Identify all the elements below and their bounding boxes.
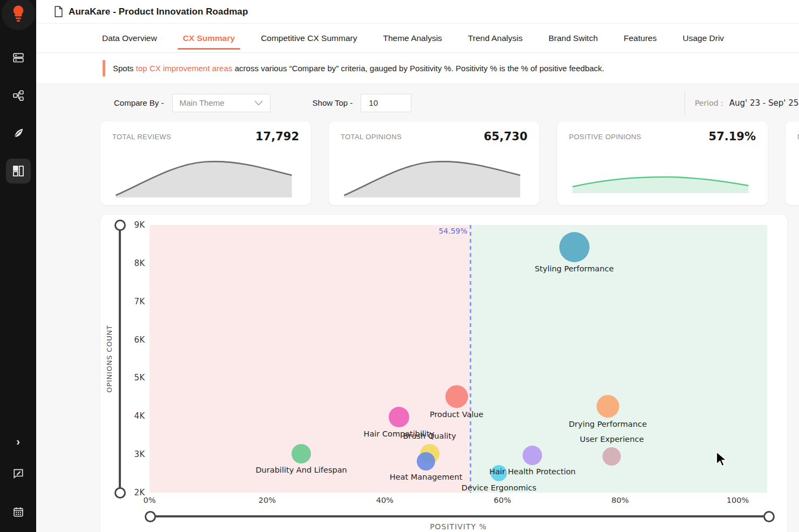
stat-card: TOTAL REVIEWS 17,792 [100,121,311,205]
tab-cx-summary[interactable]: CX Summary [170,24,248,53]
sidebar-item-feedback[interactable] [6,121,31,146]
lightbulb-logo-icon [10,5,26,22]
dashboard-grid-icon [12,165,25,178]
period-label: Period : [695,99,723,107]
banner-highlight: top CX improvement areas [136,64,232,73]
y-axis-tick: 7K [119,297,145,306]
bubble-drying-performance[interactable] [597,395,619,418]
banner-text: Spots top CX improvement areas across va… [113,64,604,73]
sidebar-item-calendar[interactable] [6,500,31,524]
y-axis-title: OPINIONS COUNT [105,325,113,393]
sparkline [111,150,300,200]
chevron-down-icon [254,100,263,106]
calendar-icon [12,506,24,518]
show-top-label: Show Top - [313,98,353,107]
info-banner: Spots top CX improvement areas across va… [36,53,799,84]
stat-card-value: 17,792 [255,130,299,143]
x-axis-tick: 60% [481,496,524,504]
stat-card-label: TOTAL REVIEWS [112,130,171,141]
app-logo[interactable] [2,0,35,30]
bubble-label: Durability And Lifespan [226,466,377,474]
bubble-user-experience[interactable] [602,447,621,466]
x-axis-tick: 100% [716,496,760,504]
document-icon [54,6,63,17]
bubble-plot: 54.59% Styling PerformanceProduct ValueH… [150,225,767,493]
x-slider-handle-left[interactable] [145,511,156,522]
sparkline [568,150,757,200]
y-axis-tick: 8K [119,258,145,268]
bubble-styling-performance[interactable] [559,232,590,262]
x-slider-handle-right[interactable] [763,511,775,522]
y-axis-tick: 6K [119,335,145,345]
tab-features[interactable]: Features [611,24,669,53]
x-axis-tick: 80% [599,496,642,504]
bubble-heat-management[interactable] [417,452,435,470]
stat-card: POSITIVE OPINIONS 57.19% [557,121,768,205]
period: Period : Aug' 23 - Sep' 25 [685,91,798,115]
bubble-chart-panel: OPINIONS COUNT 9K8K7K6K5K4K3K2K 54.59% S… [100,215,787,532]
page-title: AuraKare - Product Innovation Roadmap [69,6,248,17]
sidebar-item-hierarchy[interactable] [6,83,31,108]
show-top-input[interactable]: 10 [361,94,411,112]
bubble-label: Styling Performance [499,264,650,273]
topbar: AuraKare - Product Innovation Roadmap [36,0,799,24]
hierarchy-icon [12,90,24,101]
bubble-label: User Experience [536,435,687,444]
x-axis-tick: 0% [128,496,171,504]
stat-card-value: 65,730 [484,130,527,143]
x-axis-title: POSITIVITY % [150,522,767,531]
stat-card: TOTAL OPINIONS 65,730 [329,121,539,205]
period-value: Aug' 23 - Sep' 25 [729,98,798,108]
stat-card-label: TOTAL OPINIONS [341,130,402,141]
bubble-label: Product Value [381,410,532,419]
sidebar: › [0,0,36,532]
show-top-value: 10 [369,98,378,107]
tab-usage-driv[interactable]: Usage Driv [669,24,737,53]
banner-prefix: Spots [113,64,133,73]
bubble-product-value[interactable] [445,385,468,408]
stat-card-value: 57.19% [709,130,756,143]
x-axis-tick: 40% [363,496,407,504]
threshold-line [470,225,471,493]
tab-trend-analysis[interactable]: Trend Analysis [455,24,536,53]
stat-card: N [786,121,799,205]
tab-data-overview[interactable]: Data Overview [89,24,170,53]
sparkline [340,150,529,200]
bubble-label: Device Ergonomics [423,483,574,492]
compare-by-select[interactable]: Main Theme [172,94,270,112]
bubble-label: Drying Performance [532,420,683,428]
compare-by-value: Main Theme [180,98,225,107]
y-axis-tick: 5K [119,373,145,383]
sidebar-item-dashboard[interactable] [6,159,31,183]
sidebar-item-sources[interactable] [6,45,31,70]
feather-icon [12,127,24,139]
bubble-label: Brush Quality [354,432,505,440]
stat-card-label: POSITIVE OPINIONS [569,130,641,141]
y-slider-handle-top[interactable] [114,220,126,231]
bubble-label: Hair Health Protection [457,467,608,476]
banner-accent-bar [103,60,105,77]
sidebar-item-annotate[interactable] [6,461,31,486]
tab-brand-switch[interactable]: Brand Switch [536,24,611,53]
comment-edit-icon [12,467,24,479]
x-axis-tick: 20% [246,496,289,504]
app-root: › [0,0,799,532]
y-slider-handle-bottom[interactable] [114,487,126,499]
banner-suffix: across various “Compare by” criteria, ga… [235,64,604,73]
y-axis-tick: 3K [119,449,145,459]
y-axis-tick: 4K [119,411,145,421]
x-range-slider-track[interactable] [150,515,769,517]
server-icon [12,52,24,64]
tab-theme-analysis[interactable]: Theme Analysis [370,24,455,53]
stat-cards-row: TOTAL REVIEWS 17,792 TOTAL OPINIONS 65,7… [36,121,799,205]
tab-competitive-cx-summary[interactable]: Competitive CX Summary [248,24,370,53]
controls-row: Compare By - Main Theme Show Top - 10 Pe… [36,84,799,121]
threshold-label: 54.59% [381,227,468,235]
compare-by-label: Compare By - [114,98,164,107]
sidebar-expand-chevron-icon[interactable]: › [16,436,20,447]
tab-bar: Data OverviewCX SummaryCompetitive CX Su… [36,24,799,53]
